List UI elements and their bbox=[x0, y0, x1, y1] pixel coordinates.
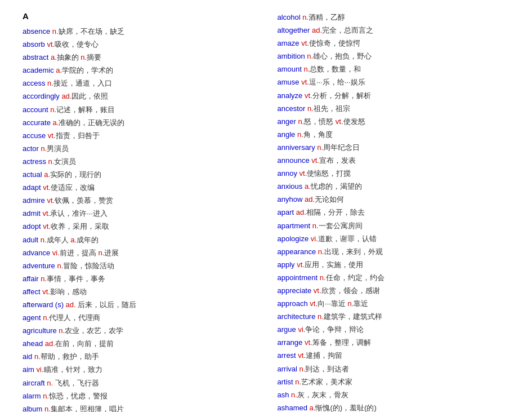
meaning-text: 缺席，不在场，缺乏 bbox=[59, 27, 124, 36]
definition: ad.在前，向前，提前 bbox=[43, 339, 114, 348]
meaning-text: 怒，愤怒 bbox=[304, 117, 336, 126]
meaning-text: 酒精，乙醇 bbox=[309, 13, 345, 21]
meaning-text: 逗···乐，给···娱乐 bbox=[309, 78, 365, 86]
meaning-text: 相隔，分开，除去 bbox=[306, 208, 365, 216]
definition: vt.筹备，整理，调解 bbox=[302, 338, 370, 347]
list-item: ahead ad.在前，向前，提前 bbox=[23, 338, 255, 350]
word: aid bbox=[23, 352, 32, 361]
definition: a.抽象的 n.摘要 bbox=[48, 53, 101, 61]
list-item: ashamed a.惭愧(的)，羞耻(的) bbox=[278, 402, 510, 412]
meaning-text: 帮助，救护，助手 bbox=[41, 352, 99, 361]
pos-tag: ad. bbox=[61, 92, 71, 100]
list-item: announce vt.宣布，发表 bbox=[278, 154, 510, 167]
definition: vi.争论，争辩，辩论 bbox=[296, 325, 364, 334]
pos-tag: n. bbox=[52, 27, 59, 36]
meaning-text: 靠近 bbox=[354, 299, 368, 308]
pos-tag: n. bbox=[320, 273, 326, 282]
pos-tag: vt. bbox=[301, 39, 309, 47]
pos-tag: vt. bbox=[314, 286, 321, 295]
meaning-text: 忧虑的，渴望的 bbox=[311, 182, 362, 191]
list-item: access n.接近，通道，入口 bbox=[23, 77, 255, 90]
meaning-text: 成年人 bbox=[47, 236, 71, 244]
meaning-text: 冒险，惊险活动 bbox=[63, 262, 114, 270]
word: appreciate bbox=[278, 286, 312, 295]
definition: vt.分析，分解，解析 bbox=[302, 91, 370, 100]
pos-tag: n. bbox=[41, 144, 47, 153]
meaning-text: 应用，实施，使用 bbox=[305, 260, 363, 269]
word: apply bbox=[278, 260, 295, 269]
meaning-text: 影响，感动 bbox=[50, 287, 87, 296]
word: apartment bbox=[278, 221, 311, 230]
pos-tag: n. bbox=[297, 130, 303, 139]
meaning-text: 道歉，谢罪，认错 bbox=[318, 234, 377, 243]
meaning-text: 灰，灰末，骨灰 bbox=[297, 391, 348, 399]
list-item: adopt vt.收养，采用，采取 bbox=[23, 220, 255, 233]
definition: n.接近，通道，入口 bbox=[45, 79, 111, 87]
meaning-text: 总数，数量，和 bbox=[310, 65, 361, 73]
meaning-text: 承认，准许···进入 bbox=[50, 209, 108, 218]
definition: n.男演员 bbox=[39, 144, 69, 153]
list-item: adapt vt.使适应，改编 bbox=[23, 181, 255, 194]
definition: n.出现，来到，外观 bbox=[316, 247, 382, 256]
word: apart bbox=[278, 208, 294, 216]
definition: a.惭愧(的)，羞耻(的) bbox=[307, 404, 377, 412]
pos-tag: n. bbox=[43, 392, 49, 400]
pos-tag: a. bbox=[51, 53, 57, 61]
meaning-text: 代理人，代理商 bbox=[49, 313, 100, 322]
pos-tag: n. bbox=[302, 13, 309, 21]
meaning-text: 摘要 bbox=[87, 53, 101, 61]
pos-tag: a. bbox=[305, 182, 311, 191]
word: anxious bbox=[278, 182, 303, 191]
pos-tag: n. bbox=[41, 274, 47, 283]
meaning-text: 周年纪念日 bbox=[323, 143, 360, 152]
list-item: anxious a.忧虑的，渴望的 bbox=[278, 180, 510, 193]
definition: a.实际的，现行的 bbox=[42, 170, 101, 179]
pos-tag: n. bbox=[81, 53, 87, 61]
list-item: ambition n.雄心，抱负，野心 bbox=[278, 50, 510, 63]
pos-tag: n. bbox=[317, 143, 323, 152]
meaning-text: 成年的 bbox=[77, 236, 99, 244]
definition: vt.使适应，改编 bbox=[41, 183, 95, 192]
pos-tag: vt. bbox=[336, 117, 343, 126]
word: aircraft bbox=[23, 379, 45, 387]
list-item: agriculture n.农业，农艺，农学 bbox=[23, 325, 255, 337]
meaning-text: 欣赏，领会，感谢 bbox=[321, 286, 380, 295]
meaning-text: 惭愧(的)，羞耻(的) bbox=[315, 404, 376, 412]
definition: ad.无论如何 bbox=[302, 195, 344, 203]
list-item: anger n.怒，愤怒 vt.使发怒 bbox=[278, 116, 510, 128]
meaning-text: 集邮本，照相簿，唱片 bbox=[51, 405, 124, 412]
meaning-text: 一套公寓房间 bbox=[319, 221, 363, 230]
left-entries-container: absence n.缺席，不在场，缺乏absorb vt.吸收，使专心abstr… bbox=[23, 25, 255, 412]
word: amount bbox=[278, 65, 302, 73]
definition: n.灰，灰末，骨灰 bbox=[289, 391, 348, 399]
pos-tag: ad. bbox=[305, 195, 315, 203]
word: approach bbox=[278, 299, 308, 308]
list-item: actual a.实际的，现行的 bbox=[23, 169, 255, 181]
list-item: absorb vt.吸收，使专心 bbox=[23, 38, 255, 51]
word: ashamed bbox=[278, 404, 307, 412]
list-item: affair n.事情，事件，事务 bbox=[23, 273, 255, 285]
word: adopt bbox=[23, 222, 41, 231]
pos-tag: a. bbox=[70, 236, 77, 244]
pos-tag: n. bbox=[44, 405, 51, 412]
word: adult bbox=[23, 236, 38, 244]
list-item: alcohol n.酒精，乙醇 bbox=[278, 11, 510, 24]
definition: n.缺席，不在场，缺乏 bbox=[50, 27, 124, 36]
word: album bbox=[23, 405, 42, 412]
list-item: adult n.成年人 a.成年的 bbox=[23, 234, 255, 246]
word: alarm bbox=[23, 392, 41, 400]
definition: vt.应用，实施，使用 bbox=[295, 260, 363, 269]
meaning-text: 向···靠近 bbox=[318, 299, 347, 308]
list-item: amaze vt.使惊奇，使惊愕 bbox=[278, 37, 510, 50]
pos-tag: n. bbox=[295, 378, 301, 386]
meaning-text: 无论如何 bbox=[315, 195, 344, 203]
meaning-text: 进展 bbox=[104, 249, 119, 257]
pos-tag: vt. bbox=[305, 91, 312, 100]
list-item: alarm n.惊恐，忧虑，警报 bbox=[23, 390, 255, 402]
list-item: actor n.男演员 bbox=[23, 143, 255, 155]
pos-tag: vt. bbox=[299, 169, 307, 178]
pos-tag: a. bbox=[53, 118, 59, 127]
pos-tag: vi. bbox=[298, 325, 305, 334]
word: appearance bbox=[278, 247, 316, 256]
page-container: A absence n.缺席，不在场，缺乏absorb vt.吸收，使专心abs… bbox=[23, 11, 509, 412]
